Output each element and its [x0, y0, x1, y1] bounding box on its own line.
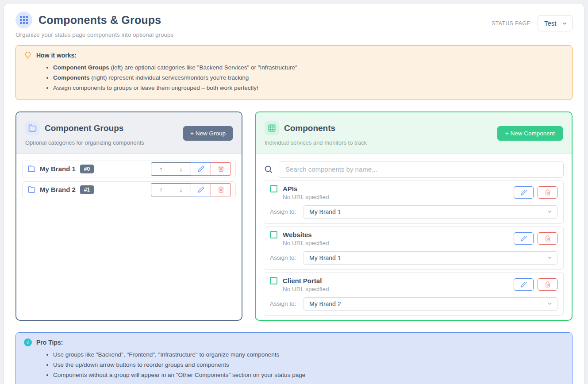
move-up-button[interactable]: ↑	[151, 183, 171, 196]
assigned-group-value: My Brand 1	[309, 254, 341, 261]
chevron-down-icon	[547, 301, 553, 307]
folder-badge	[25, 121, 39, 135]
component-url-status: No URL specified	[283, 240, 329, 246]
status-page-select[interactable]: Test	[538, 15, 573, 31]
search-input[interactable]	[279, 161, 564, 178]
pencil-icon	[521, 235, 527, 242]
pencil-icon	[521, 189, 527, 196]
page-card: Components & Groups Organize your status…	[4, 3, 584, 384]
components-panel-header: Components Individual services and monit…	[256, 112, 572, 154]
components-panel: Components Individual services and monit…	[255, 111, 573, 321]
chevron-down-icon	[547, 255, 553, 261]
groups-panel-title: Component Groups	[45, 123, 123, 133]
trash-icon	[218, 165, 224, 172]
bullet-item: Component Groups (left) are optional cat…	[53, 62, 564, 73]
up-arrow-icon: ↑	[159, 165, 163, 173]
assign-to-label: Assign to:	[270, 254, 304, 261]
delete-component-button[interactable]	[538, 278, 557, 291]
component-checkbox[interactable]	[270, 277, 277, 284]
component-card: Websites No URL specified	[264, 226, 564, 270]
pencil-icon	[198, 186, 204, 193]
folder-icon	[28, 186, 35, 193]
group-name: My Brand 1	[40, 165, 76, 173]
component-name: APIs	[283, 185, 297, 192]
lightbulb-icon	[24, 51, 32, 59]
component-checkbox[interactable]	[270, 185, 277, 192]
assigned-group-value: My Brand 1	[309, 208, 341, 215]
group-row: My Brand 2 #1 ↑ ↓	[22, 181, 236, 198]
trash-icon	[545, 189, 551, 196]
page-header: Components & Groups Organize your status…	[15, 12, 573, 38]
status-page-selected-value: Test	[544, 19, 557, 27]
component-card: APIs No URL specified	[264, 180, 564, 224]
groups-panel-header: Component Groups Optional categories for…	[16, 112, 242, 154]
move-down-button[interactable]: ↓	[171, 183, 191, 196]
bullet-item: Use the up/down arrow buttons to reorder…	[53, 360, 564, 370]
move-up-button[interactable]: ↑	[151, 162, 171, 176]
group-order-badge: #0	[80, 165, 94, 173]
edit-group-button[interactable]	[191, 162, 211, 176]
edit-component-button[interactable]	[514, 232, 534, 245]
trash-icon	[218, 186, 224, 193]
component-name: Websites	[283, 231, 312, 238]
search-row	[264, 161, 564, 178]
chevron-down-icon	[561, 20, 568, 27]
bullet-item: Assign components to groups or leave the…	[53, 83, 564, 93]
bullet-item: Use groups like "Backend", "Frontend", "…	[53, 349, 564, 360]
assign-to-label: Assign to:	[270, 208, 304, 215]
how-it-works-list: Component Groups (left) are optional cat…	[24, 62, 564, 93]
assign-group-select[interactable]: My Brand 1	[304, 251, 557, 265]
grid-apps-icon	[19, 15, 28, 24]
info-icon	[24, 338, 32, 346]
bullet-item: Components (right) represent individual …	[53, 73, 564, 83]
pro-tips-box: Pro Tips: Use groups like "Backend", "Fr…	[15, 332, 573, 384]
component-name: Client Portal	[283, 277, 322, 284]
folder-icon	[28, 124, 37, 132]
status-page-label: STATUS PAGE:	[492, 20, 532, 27]
groups-panel-subtitle: Optional categories for organizing compo…	[25, 139, 144, 146]
move-down-button[interactable]: ↓	[171, 162, 191, 176]
how-it-works-title: How it works:	[36, 52, 77, 59]
group-order-badge: #1	[80, 185, 94, 194]
pencil-icon	[198, 165, 204, 172]
components-groups-badge	[15, 12, 32, 28]
group-actions: ↑ ↓	[151, 162, 231, 176]
down-arrow-icon: ↓	[179, 186, 183, 193]
delete-group-button[interactable]	[211, 162, 231, 176]
status-page-picker: STATUS PAGE: Test	[492, 15, 573, 31]
new-group-button[interactable]: + New Group	[183, 126, 233, 141]
pro-tips-title: Pro Tips:	[36, 339, 63, 346]
edit-component-button[interactable]	[514, 186, 534, 199]
assign-to-label: Assign to:	[270, 300, 304, 307]
assign-group-select[interactable]: My Brand 2	[304, 297, 557, 311]
chevron-down-icon	[547, 209, 553, 215]
edit-component-button[interactable]	[514, 278, 534, 291]
trash-icon	[545, 235, 551, 242]
down-arrow-icon: ↓	[179, 165, 183, 173]
group-row: My Brand 1 #0 ↑ ↓	[22, 161, 236, 177]
pencil-icon	[521, 281, 527, 288]
component-url-status: No URL specified	[283, 194, 329, 200]
assign-group-select[interactable]: My Brand 1	[304, 205, 557, 219]
pro-tips-list: Use groups like "Backend", "Frontend", "…	[24, 349, 564, 380]
page-subtitle: Organize your status page components int…	[15, 31, 573, 38]
components-panel-title: Components	[284, 123, 335, 133]
trash-icon	[545, 281, 551, 288]
group-actions: ↑ ↓	[151, 183, 231, 196]
components-body: APIs No URL specified	[256, 154, 572, 321]
table-grid-icon	[268, 124, 276, 132]
group-name: My Brand 2	[40, 186, 76, 193]
search-icon	[264, 165, 273, 174]
new-component-button[interactable]: + New Component	[497, 126, 563, 141]
panels-row: Component Groups Optional categories for…	[15, 111, 573, 321]
delete-group-button[interactable]	[211, 183, 231, 196]
component-groups-panel: Component Groups Optional categories for…	[15, 111, 242, 321]
delete-component-button[interactable]	[538, 232, 557, 245]
component-checkbox[interactable]	[270, 231, 277, 238]
up-arrow-icon: ↑	[159, 186, 163, 193]
how-it-works-box: How it works: Component Groups (left) ar…	[15, 45, 573, 100]
components-panel-subtitle: Individual services and monitors to trac…	[265, 139, 367, 146]
groups-list: My Brand 1 #0 ↑ ↓	[16, 154, 242, 209]
delete-component-button[interactable]	[538, 186, 557, 199]
edit-group-button[interactable]	[191, 183, 211, 196]
